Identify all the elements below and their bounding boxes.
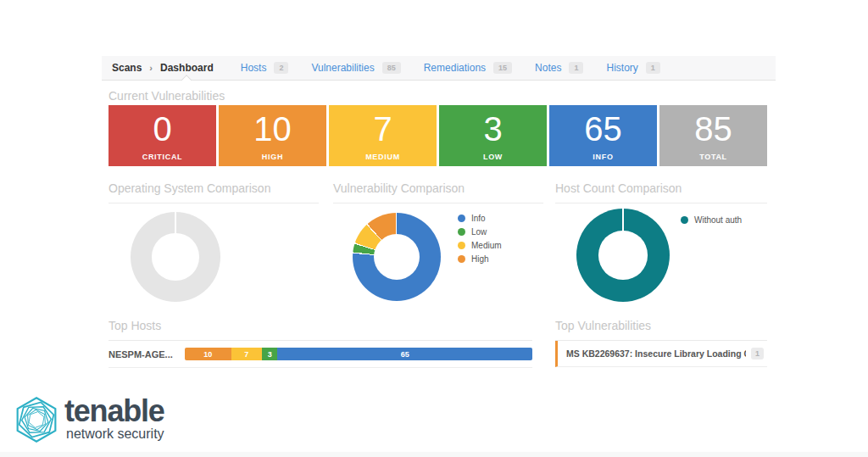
tile-info: 65 INFO xyxy=(549,105,657,166)
tile-medium: 7 MEDIUM xyxy=(329,105,437,166)
tile-low: 3 LOW xyxy=(439,105,547,166)
legend-dot-without-auth xyxy=(681,216,688,224)
tile-total-label: TOTAL xyxy=(699,153,727,161)
bar-segment-high[interactable]: 10 xyxy=(185,348,231,360)
os-comparison-title: Operating System Comparison xyxy=(108,181,319,203)
host-count-donut-chart[interactable] xyxy=(576,209,670,302)
tile-low-value: 3 xyxy=(483,112,502,146)
tile-medium-label: MEDIUM xyxy=(365,153,400,161)
donut-hole xyxy=(152,233,198,280)
tab-hosts[interactable]: Hosts xyxy=(241,62,267,74)
vulnerability-comparison-section: Vulnerability Comparison Info Low Medium… xyxy=(333,181,543,313)
tab-notes-count-badge: 1 xyxy=(569,62,583,74)
tile-high-value: 10 xyxy=(253,112,292,146)
host-count-legend: Without auth xyxy=(681,215,742,225)
legend-item-info: Info xyxy=(458,214,502,223)
tenable-logo: tenable network security xyxy=(14,395,164,444)
legend-item-high: High xyxy=(458,254,502,264)
tenable-brand-text: tenable xyxy=(64,398,164,425)
top-vulnerabilities-section: Top Vulnerabilities MS KB2269637: Insecu… xyxy=(555,319,767,367)
top-vulnerability-row[interactable]: MS KB2269637: Insecure Library Loading C… xyxy=(555,341,767,367)
host-name[interactable]: NESPM-AGE... xyxy=(108,349,185,359)
os-comparison-donut-chart[interactable] xyxy=(131,212,220,302)
scan-tab-bar: Scans › Dashboard Hosts 2 Vulnerabilitie… xyxy=(102,56,776,81)
tile-critical: 0 CRITICAL xyxy=(108,105,216,166)
legend-item-low: Low xyxy=(458,227,502,237)
tile-total-value: 85 xyxy=(694,112,732,146)
legend-label-medium: Medium xyxy=(471,241,502,250)
legend-dot-high xyxy=(458,255,465,263)
tab-hosts-count-badge: 2 xyxy=(274,62,288,74)
vulnerability-name[interactable]: MS KB2269637: Insecure Library Loading C… xyxy=(566,348,746,359)
tab-dashboard-label: Dashboard xyxy=(160,62,214,74)
host-count-comparison-title: Host Count Comparison xyxy=(555,181,767,203)
tile-medium-value: 7 xyxy=(373,112,392,146)
bar-segment-low[interactable]: 3 xyxy=(262,348,277,360)
host-severity-stacked-bar: 10 7 3 65 xyxy=(185,348,532,360)
legend-label-low: Low xyxy=(471,227,487,237)
tenable-wordmark: tenable network security xyxy=(64,398,164,442)
tile-info-value: 65 xyxy=(584,112,622,146)
host-count-comparison-section: Host Count Comparison Without auth xyxy=(555,181,767,313)
legend-dot-medium xyxy=(458,242,465,249)
vulnerability-comparison-donut-chart[interactable] xyxy=(353,213,441,301)
donut-hole xyxy=(374,234,420,280)
tab-history[interactable]: History xyxy=(606,62,637,74)
breadcrumb-separator-icon: › xyxy=(149,63,153,73)
bar-segment-medium[interactable]: 7 xyxy=(231,348,262,360)
tenable-hexagon-icon xyxy=(14,395,59,444)
legend-label-info: Info xyxy=(471,214,486,223)
tile-info-label: INFO xyxy=(593,153,613,161)
vulnerability-comparison-title: Vulnerability Comparison xyxy=(333,181,543,203)
tenable-tagline-text: network security xyxy=(66,426,164,442)
top-vulnerabilities-title: Top Vulnerabilities xyxy=(555,319,767,341)
legend-dot-low xyxy=(458,228,465,236)
tile-critical-label: CRITICAL xyxy=(142,153,183,161)
tab-dashboard[interactable]: Dashboard xyxy=(160,62,214,74)
tab-vulnerabilities[interactable]: Vulnerabilities xyxy=(311,62,374,74)
vulnerability-count-badge: 1 xyxy=(751,348,764,359)
tab-remediations[interactable]: Remediations xyxy=(424,62,486,74)
legend-label-without-auth: Without auth xyxy=(694,215,742,225)
top-hosts-row[interactable]: NESPM-AGE... 10 7 3 65 xyxy=(108,341,532,368)
tile-low-label: LOW xyxy=(483,153,503,161)
top-hosts-title: Top Hosts xyxy=(108,319,532,341)
tab-vulnerabilities-count-badge: 85 xyxy=(382,62,401,74)
legend-dot-info xyxy=(458,215,465,222)
tile-high-label: HIGH xyxy=(262,153,283,161)
tab-remediations-count-badge: 15 xyxy=(493,62,512,74)
breadcrumb-scans[interactable]: Scans xyxy=(112,62,142,74)
top-hosts-section: Top Hosts NESPM-AGE... 10 7 3 65 xyxy=(108,319,532,368)
legend-item-medium: Medium xyxy=(458,241,502,250)
current-vulnerabilities-title: Current Vulnerabilities xyxy=(108,89,225,103)
tile-critical-value: 0 xyxy=(153,112,171,146)
bottom-strip xyxy=(0,452,868,457)
tile-total: 85 TOTAL xyxy=(659,105,767,166)
severity-tiles: 0 CRITICAL 10 HIGH 7 MEDIUM 3 LOW 65 INF… xyxy=(108,105,767,166)
tab-notes[interactable]: Notes xyxy=(535,62,561,74)
tile-high: 10 HIGH xyxy=(219,105,326,166)
legend-label-high: High xyxy=(471,254,489,264)
vulnerability-comparison-legend: Info Low Medium High xyxy=(458,214,502,264)
tab-history-count-badge: 1 xyxy=(646,62,660,74)
legend-item-without-auth: Without auth xyxy=(681,215,742,225)
scan-dashboard-page: Scans › Dashboard Hosts 2 Vulnerabilitie… xyxy=(0,0,868,457)
bar-segment-info[interactable]: 65 xyxy=(277,348,532,360)
donut-hole xyxy=(598,231,647,279)
active-tab-caret xyxy=(181,75,192,86)
os-comparison-section: Operating System Comparison xyxy=(108,181,319,313)
